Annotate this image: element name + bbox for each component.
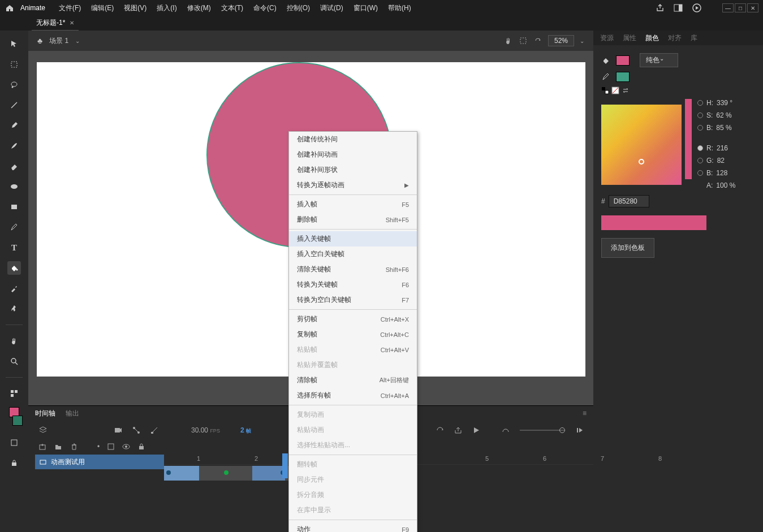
context-menu-item[interactable]: 创建传统补间: [289, 132, 417, 147]
chevron-down-icon[interactable]: ⌄: [580, 38, 584, 44]
context-menu-item[interactable]: 清除帧Alt+回格键: [289, 373, 417, 388]
context-menu-item[interactable]: 清除关键帧Shift+F6: [289, 262, 417, 277]
text-tool[interactable]: T: [7, 241, 21, 254]
shape-option-icon[interactable]: [7, 436, 21, 449]
brush-tool[interactable]: [7, 139, 21, 153]
hand-tool[interactable]: [7, 334, 21, 348]
hex-input[interactable]: D85280: [609, 195, 649, 207]
outline-icon[interactable]: [107, 443, 114, 450]
visibility-icon[interactable]: [122, 443, 130, 451]
tab-align[interactable]: 对齐: [668, 33, 682, 43]
lock-icon[interactable]: [138, 443, 145, 451]
camera-icon[interactable]: [114, 426, 122, 434]
no-color-icon[interactable]: [611, 86, 619, 94]
pen-tool[interactable]: [7, 119, 21, 132]
menu-window[interactable]: 窗口(W): [354, 3, 378, 13]
export-icon[interactable]: [454, 426, 462, 434]
hue-slider[interactable]: [685, 99, 692, 179]
options-icon[interactable]: [7, 387, 21, 400]
close-tab-icon[interactable]: ✕: [70, 20, 74, 26]
minimize-button[interactable]: —: [722, 3, 734, 12]
hsb-radio[interactable]: [697, 125, 703, 131]
lasso-tool[interactable]: [7, 78, 21, 92]
tab-timeline[interactable]: 时间轴: [35, 409, 55, 418]
context-menu-item[interactable]: 动作F9: [289, 522, 417, 532]
menu-debug[interactable]: 调试(D): [320, 3, 343, 13]
tab-properties[interactable]: 属性: [623, 33, 636, 43]
context-menu-item[interactable]: 选择所有帧Ctrl+Alt+A: [289, 388, 417, 403]
menu-view[interactable]: 视图(V): [124, 3, 146, 13]
stroke-swatch[interactable]: [616, 72, 630, 82]
clip-icon[interactable]: [519, 36, 528, 45]
panel-menu-icon[interactable]: ≡: [583, 409, 587, 417]
play-button[interactable]: [472, 426, 480, 434]
stroke-color-swatch[interactable]: [12, 416, 23, 426]
layers-icon[interactable]: [38, 426, 48, 435]
tab-output[interactable]: 输出: [66, 409, 79, 418]
workspace-icon[interactable]: [674, 3, 683, 12]
trash-icon[interactable]: [70, 443, 78, 451]
onion-skin-icon[interactable]: [502, 426, 510, 434]
swap-colors-icon[interactable]: [601, 86, 609, 94]
line-tool[interactable]: [7, 98, 21, 112]
lock-fill-icon[interactable]: [7, 456, 21, 470]
oval-tool[interactable]: [7, 180, 21, 193]
swap-icon[interactable]: [622, 86, 630, 94]
context-menu-item[interactable]: 复制帧Ctrl+Alt+C: [289, 327, 417, 342]
context-menu-item[interactable]: 插入关键帧: [289, 231, 417, 246]
fill-icon[interactable]: [601, 56, 611, 65]
play-icon[interactable]: [692, 3, 702, 13]
menu-commands[interactable]: 命令(C): [253, 3, 277, 13]
tab-color[interactable]: 颜色: [645, 33, 659, 43]
share-icon[interactable]: [656, 3, 665, 12]
playhead[interactable]: [282, 453, 288, 478]
context-menu-item[interactable]: 删除帧Shift+F5: [289, 212, 417, 227]
menu-modify[interactable]: 修改(M): [187, 3, 211, 13]
marker-icon[interactable]: [150, 426, 158, 434]
rgb-radio[interactable]: [697, 170, 703, 176]
new-layer-icon[interactable]: [38, 443, 46, 451]
menu-help[interactable]: 帮助(H): [388, 3, 411, 13]
tab-library[interactable]: 库: [691, 33, 697, 43]
menu-control[interactable]: 控制(O): [287, 3, 310, 13]
context-menu-item[interactable]: 插入帧F5: [289, 197, 417, 212]
context-menu-item[interactable]: 转换为关键帧F6: [289, 277, 417, 292]
document-tab[interactable]: 无标题-1* ✕: [32, 16, 79, 31]
menu-edit[interactable]: 编辑(E): [91, 3, 114, 13]
chevron-down-icon[interactable]: ⌄: [75, 38, 80, 44]
hsb-radio[interactable]: [697, 113, 703, 118]
eraser-tool[interactable]: [7, 159, 21, 173]
loop-icon[interactable]: [436, 426, 444, 434]
menu-insert[interactable]: 插入(I): [157, 3, 176, 13]
home-icon[interactable]: [5, 3, 15, 13]
context-menu-item[interactable]: 创建补间形状: [289, 162, 417, 178]
layer-row[interactable]: 动画测试用: [35, 455, 164, 469]
context-menu-item[interactable]: 创建补间动画: [289, 147, 417, 162]
tab-assets[interactable]: 资源: [600, 33, 614, 43]
context-menu-item[interactable]: 剪切帧Ctrl+Alt+X: [289, 312, 417, 327]
close-button[interactable]: ✕: [747, 3, 758, 12]
zoom-tool[interactable]: [7, 354, 21, 368]
fill-swatch[interactable]: [616, 55, 630, 66]
color-field[interactable]: [601, 105, 682, 185]
hsb-radio[interactable]: [697, 100, 703, 106]
selection-tool[interactable]: [7, 37, 21, 51]
slider[interactable]: [520, 430, 565, 431]
pencil-tool[interactable]: [7, 220, 21, 234]
rect-tool[interactable]: [7, 200, 21, 214]
context-menu-item[interactable]: 转换为空白关键帧F7: [289, 292, 417, 308]
pin-tool[interactable]: [7, 302, 21, 315]
fill-type-select[interactable]: 纯色 ⌄: [640, 53, 678, 67]
end-icon[interactable]: [575, 426, 583, 434]
eyedropper-tool[interactable]: [7, 282, 21, 295]
maximize-button[interactable]: □: [735, 3, 746, 12]
zoom-selector[interactable]: 52%: [548, 35, 574, 46]
rgb-radio[interactable]: [697, 145, 703, 151]
stroke-icon[interactable]: [601, 72, 611, 81]
color-swatches[interactable]: [9, 407, 19, 429]
menu-text[interactable]: 文本(T): [221, 3, 243, 13]
fps-value[interactable]: 30.00 FPS: [191, 426, 220, 434]
menu-file[interactable]: 文件(F): [59, 3, 81, 13]
folder-icon[interactable]: [54, 443, 62, 451]
rotate-icon[interactable]: [533, 36, 542, 45]
